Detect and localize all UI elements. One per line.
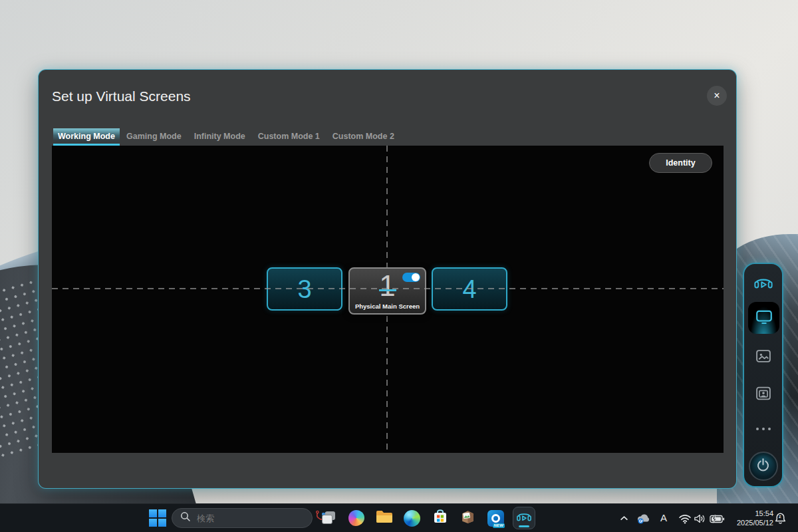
copilot-icon — [348, 510, 364, 526]
hidden-icons-chevron[interactable] — [618, 509, 629, 527]
virtual-screen-3[interactable]: 3 — [267, 267, 342, 311]
mode-tabs: Working Mode Gaming Mode Infinity Mode C… — [53, 128, 394, 146]
microsoft-store-icon — [432, 509, 448, 527]
screen1-toggle[interactable] — [402, 273, 420, 282]
screen1-accent-dash — [379, 289, 396, 291]
taskbar: NEW — [0, 503, 798, 532]
tab-custom-mode-1[interactable]: Custom Mode 1 — [258, 128, 320, 146]
tray-date: 2025/05/12 — [728, 519, 773, 528]
outlook-icon: NEW — [487, 510, 504, 527]
file-explorer-button[interactable] — [376, 509, 393, 527]
screen-share-icon[interactable] — [755, 385, 771, 404]
virtual-screens-dialog: Set up Virtual Screens × Working Mode Ga… — [38, 69, 737, 489]
photos-box-icon — [460, 509, 476, 528]
onedrive-icon — [635, 515, 652, 526]
outlook-button[interactable]: NEW — [487, 509, 504, 527]
photos-app-button[interactable] — [459, 509, 476, 527]
file-explorer-icon — [376, 509, 393, 527]
image-icon[interactable] — [755, 348, 771, 367]
close-icon: × — [714, 90, 720, 101]
onedrive-tray-button[interactable] — [635, 513, 652, 527]
virtual-monitor-button-active[interactable] — [748, 302, 779, 334]
power-button[interactable] — [749, 452, 778, 481]
page-title: Set up Virtual Screens — [52, 88, 191, 104]
toggle-knob — [412, 273, 420, 281]
virtual-screens-app-button[interactable] — [513, 507, 535, 529]
screen-number: 4 — [433, 269, 506, 310]
tab-gaming-mode[interactable]: Gaming Mode — [126, 128, 182, 146]
screen-layout-canvas: Identity 3 1 Physical Main Screen 4 — [52, 146, 724, 453]
edge-icon — [404, 510, 420, 527]
search-box[interactable] — [172, 508, 313, 528]
volume-tray-button[interactable] — [694, 513, 706, 527]
notification-bell-button[interactable]: z — [774, 512, 787, 525]
battery-tray-button[interactable] — [710, 514, 725, 526]
tab-infinity-mode[interactable]: Infinity Mode — [194, 128, 245, 146]
clock[interactable]: 15:54 2025/05/12 — [728, 509, 773, 527]
close-button[interactable]: × — [707, 86, 727, 106]
volume-icon — [694, 515, 706, 526]
ime-indicator[interactable]: A — [660, 512, 667, 523]
virtual-screens-app-icon — [516, 511, 532, 526]
wifi-tray-button[interactable] — [678, 514, 692, 527]
vr-headset-play-icon[interactable] — [753, 275, 773, 294]
physical-main-screen-label: Physical Main Screen — [350, 303, 425, 310]
screen-number: 3 — [268, 269, 341, 310]
running-indicator — [519, 525, 529, 527]
more-dots-icon[interactable] — [756, 428, 771, 430]
copilot-button[interactable] — [348, 509, 365, 527]
virtual-screen-4[interactable]: 4 — [432, 267, 507, 311]
tab-custom-mode-2[interactable]: Custom Mode 2 — [332, 128, 394, 146]
battery-charging-icon — [710, 514, 725, 525]
virtual-monitor-icon — [755, 309, 773, 327]
desktop: Set up Virtual Screens × Working Mode Ga… — [0, 0, 798, 532]
task-view-icon — [321, 511, 336, 525]
tab-working-mode[interactable]: Working Mode — [53, 128, 120, 146]
search-icon — [180, 511, 191, 525]
physical-main-screen-tile[interactable]: 1 Physical Main Screen — [348, 267, 426, 315]
tray-time: 15:54 — [728, 509, 773, 519]
app-side-panel — [743, 263, 783, 487]
wifi-icon — [678, 515, 692, 526]
edge-button[interactable] — [403, 509, 420, 527]
power-icon — [755, 457, 771, 476]
microsoft-store-button[interactable] — [432, 509, 449, 527]
outlook-new-badge: NEW — [493, 523, 505, 528]
task-view-button[interactable] — [320, 509, 337, 527]
start-button[interactable] — [149, 509, 166, 527]
identity-button[interactable]: Identity — [649, 153, 712, 173]
search-input[interactable] — [197, 513, 314, 523]
bell-sleep-z: z — [779, 514, 781, 519]
